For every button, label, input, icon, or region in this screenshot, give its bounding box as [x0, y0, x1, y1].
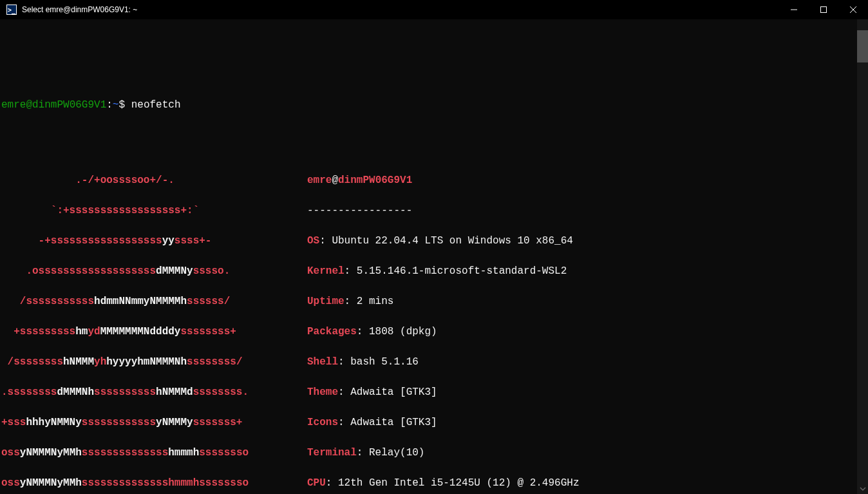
- info-host: dinmPW06G9V1: [338, 175, 412, 186]
- svg-rect-1: [821, 7, 827, 13]
- neofetch-ascii-logo: .-/+oossssoo+/-. `:+ssssssssssssssssss+:…: [1, 158, 307, 495]
- value-theme: : Adwaita [GTK3]: [338, 386, 437, 398]
- prompt-host: dinmPW06G9V1: [32, 99, 106, 111]
- info-divider: -----------------: [307, 205, 412, 216]
- label-packages: Packages: [307, 326, 357, 337]
- label-terminal: Terminal: [307, 447, 357, 459]
- minimize-button[interactable]: [779, 0, 809, 19]
- label-os: OS: [307, 235, 319, 247]
- prompt-user: emre: [1, 99, 26, 111]
- prompt-line-1: emre@dinmPW06G9V1:~$ neofetch: [1, 98, 868, 113]
- label-uptime: Uptime: [307, 296, 344, 307]
- terminal[interactable]: emre@dinmPW06G9V1:~$ neofetch .-/+oossss…: [0, 19, 868, 494]
- neofetch-info: emre@dinmPW06G9V1 ----------------- OS: …: [307, 158, 623, 495]
- maximize-button[interactable]: [809, 0, 838, 19]
- scrollbar[interactable]: [857, 19, 868, 494]
- powershell-icon: >_: [6, 5, 17, 15]
- value-shell: : bash 5.1.16: [338, 356, 419, 368]
- value-packages: : 1808 (dpkg): [357, 326, 437, 337]
- label-kernel: Kernel: [307, 265, 344, 277]
- label-icons: Icons: [307, 417, 338, 428]
- label-shell: Shell: [307, 356, 338, 368]
- value-uptime: : 2 mins: [344, 296, 394, 307]
- value-kernel: : 5.15.146.1-microsoft-standard-WSL2: [344, 265, 567, 277]
- scroll-thumb[interactable]: [857, 30, 868, 62]
- window-titlebar: >_ Select emre@dinmPW06G9V1: ~: [0, 0, 868, 19]
- prompt-path: ~: [113, 99, 119, 111]
- label-cpu: CPU: [307, 477, 326, 489]
- value-terminal: : Relay(10): [357, 447, 425, 459]
- info-user: emre: [307, 175, 332, 186]
- close-button[interactable]: [838, 0, 868, 19]
- value-os: : Ubuntu 22.04.4 LTS on Windows 10 x86_6…: [319, 235, 573, 247]
- window-title: Select emre@dinmPW06G9V1: ~: [22, 5, 137, 14]
- value-icons: : Adwaita [GTK3]: [338, 417, 437, 428]
- scroll-down-icon[interactable]: [857, 483, 868, 494]
- value-cpu: : 12th Gen Intel i5-1245U (12) @ 2.496GH…: [326, 477, 580, 489]
- label-theme: Theme: [307, 386, 338, 398]
- command-neofetch: neofetch: [131, 99, 181, 111]
